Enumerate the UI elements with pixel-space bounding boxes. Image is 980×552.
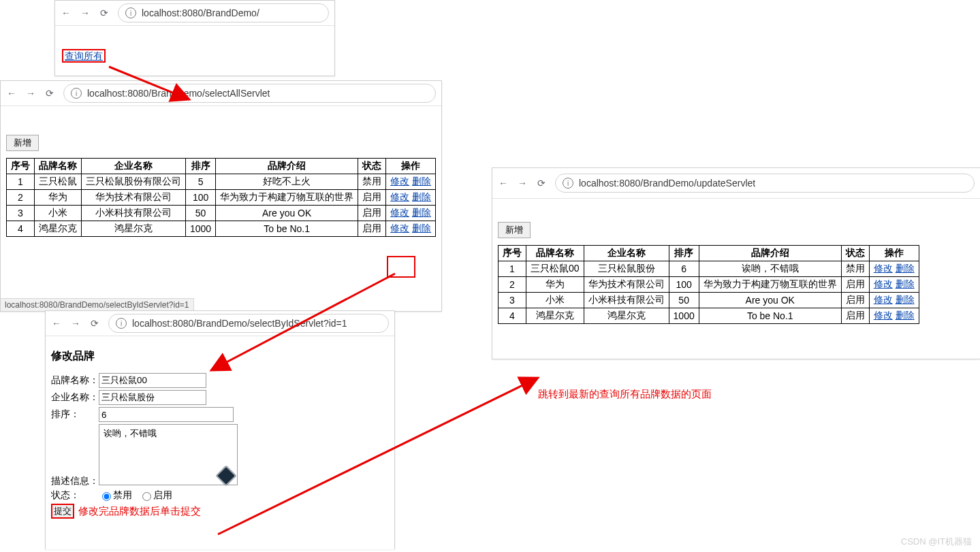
back-icon[interactable]: ← (61, 7, 72, 18)
url-field[interactable]: i localhost:8080/BrandDemo/selectByIdSer… (108, 314, 389, 333)
edit-link[interactable]: 修改 (874, 263, 893, 274)
browser-pane-list: ← → ⟳ i localhost:8080/BrandDemo/selectA… (0, 80, 442, 312)
table-row: 1三只松鼠三只松鼠股份有限公司5好吃不上火禁用修改 删除 (7, 174, 436, 190)
cell-ops: 修改 删除 (869, 293, 919, 308)
status-disable-radio[interactable] (102, 492, 111, 501)
table-row: 4鸿星尔克鸿星尔克1000To be No.1启用修改 删除 (499, 308, 919, 324)
delete-link[interactable]: 删除 (896, 278, 915, 289)
browser-pane-edit: ← → ⟳ i localhost:8080/BrandDemo/selectB… (45, 310, 395, 549)
cell-desc: 好吃不上火 (216, 174, 358, 190)
url-field[interactable]: i localhost:8080/BrandDemo/selectAllServ… (63, 84, 436, 103)
table-row: 3小米小米科技有限公司50Are you OK启用修改 删除 (7, 206, 436, 221)
forward-icon[interactable]: → (80, 7, 91, 18)
add-button[interactable]: 新增 (498, 222, 531, 238)
annotation-submit: 修改完品牌数据后单击提交 (78, 505, 201, 518)
brand-input[interactable] (99, 373, 206, 388)
cell-id: 4 (7, 221, 35, 237)
cell-ops: 修改 删除 (869, 308, 919, 324)
address-bar: ← → ⟳ i localhost:8080/BrandDemo/selectA… (1, 81, 441, 106)
cell-company: 鸿星尔克 (82, 221, 186, 237)
site-info-icon[interactable]: i (563, 178, 573, 189)
cell-brand: 三只松鼠00 (526, 261, 584, 277)
label-company: 企业名称： (51, 391, 99, 404)
label-status: 状态： (51, 489, 99, 502)
query-all-link[interactable]: 查询所有 (62, 49, 106, 63)
status-enable-label: 启用 (153, 489, 172, 502)
cell-company: 鸿星尔克 (584, 308, 669, 324)
site-info-icon[interactable]: i (116, 318, 127, 329)
cell-status: 启用 (358, 221, 386, 237)
reload-icon[interactable]: ⟳ (536, 178, 547, 189)
edit-link[interactable]: 修改 (874, 310, 893, 321)
site-info-icon[interactable]: i (125, 7, 136, 18)
cell-ops: 修改 删除 (386, 174, 436, 190)
address-bar: ← → ⟳ i localhost:8080/BrandDemo/updateS… (492, 168, 980, 199)
brand-table: 序号 品牌名称 企业名称 排序 品牌介绍 状态 操作 1三只松鼠三只松鼠股份有限… (6, 158, 436, 237)
cell-id: 2 (7, 190, 35, 206)
cell-company: 小米科技有限公司 (584, 293, 669, 308)
order-input[interactable] (99, 407, 234, 422)
delete-link[interactable]: 删除 (412, 223, 431, 233)
status-disable-label: 禁用 (113, 489, 132, 502)
company-input[interactable] (99, 390, 206, 405)
edit-link[interactable]: 修改 (390, 191, 409, 202)
delete-link[interactable]: 删除 (412, 207, 431, 218)
cell-company: 三只松鼠股份 (584, 261, 669, 277)
th-desc: 品牌介绍 (699, 246, 841, 261)
cell-brand: 三只松鼠 (35, 174, 82, 190)
forward-icon[interactable]: → (25, 88, 36, 99)
submit-button[interactable]: 提交 (51, 504, 74, 519)
cell-id: 1 (7, 174, 35, 190)
url-text: localhost:8080/BrandDemo/selectAllServle… (87, 88, 270, 99)
back-icon[interactable]: ← (498, 178, 509, 189)
th-status: 状态 (358, 159, 386, 174)
cell-order: 5 (186, 174, 216, 190)
th-company: 企业名称 (82, 159, 186, 174)
cell-ops: 修改 删除 (869, 277, 919, 293)
cell-ops: 修改 删除 (869, 261, 919, 277)
cell-brand: 华为 (526, 277, 584, 293)
cell-order: 50 (669, 293, 699, 308)
delete-link[interactable]: 删除 (412, 176, 431, 186)
delete-link[interactable]: 删除 (896, 294, 915, 305)
cell-order: 6 (669, 261, 699, 277)
address-bar: ← → ⟳ i localhost:8080/BrandDemo/selectB… (46, 311, 394, 336)
delete-link[interactable]: 删除 (896, 310, 915, 321)
th-brand: 品牌名称 (35, 159, 82, 174)
edit-link[interactable]: 修改 (874, 278, 893, 289)
delete-link[interactable]: 删除 (412, 191, 431, 202)
edit-link[interactable]: 修改 (390, 207, 409, 218)
cell-status: 禁用 (841, 261, 869, 277)
browser-pane-index: ← → ⟳ i localhost:8080/BrandDemo/ 查询所有 (54, 0, 335, 76)
back-icon[interactable]: ← (6, 88, 17, 99)
cell-desc: To be No.1 (699, 308, 841, 324)
add-button[interactable]: 新增 (6, 135, 39, 151)
cell-desc: To be No.1 (216, 221, 358, 237)
table-header-row: 序号 品牌名称 企业名称 排序 品牌介绍 状态 操作 (499, 246, 919, 261)
forward-icon[interactable]: → (517, 178, 528, 189)
url-field[interactable]: i localhost:8080/BrandDemo/ (118, 3, 329, 22)
edit-link[interactable]: 修改 (874, 294, 893, 305)
th-id: 序号 (7, 159, 35, 174)
forward-icon[interactable]: → (70, 318, 81, 329)
reload-icon[interactable]: ⟳ (99, 7, 110, 18)
cell-id: 2 (499, 277, 526, 293)
cell-status: 启用 (841, 277, 869, 293)
cell-brand: 小米 (35, 206, 82, 221)
edit-link[interactable]: 修改 (390, 176, 409, 186)
cell-desc: 华为致力于构建万物互联的世界 (216, 190, 358, 206)
cell-status: 启用 (358, 190, 386, 206)
th-desc: 品牌介绍 (216, 159, 358, 174)
url-field[interactable]: i localhost:8080/BrandDemo/updateServlet (555, 174, 975, 193)
site-info-icon[interactable]: i (71, 88, 82, 99)
reload-icon[interactable]: ⟳ (89, 318, 100, 329)
cell-company: 小米科技有限公司 (82, 206, 186, 221)
table-row: 3小米小米科技有限公司50Are you OK启用修改 删除 (499, 293, 919, 308)
cell-brand: 鸿星尔克 (526, 308, 584, 324)
status-enable-radio[interactable] (142, 492, 151, 501)
edit-link[interactable]: 修改 (390, 223, 409, 233)
cell-company: 华为技术有限公司 (584, 277, 669, 293)
reload-icon[interactable]: ⟳ (44, 88, 55, 99)
back-icon[interactable]: ← (51, 318, 62, 329)
delete-link[interactable]: 删除 (896, 263, 915, 274)
